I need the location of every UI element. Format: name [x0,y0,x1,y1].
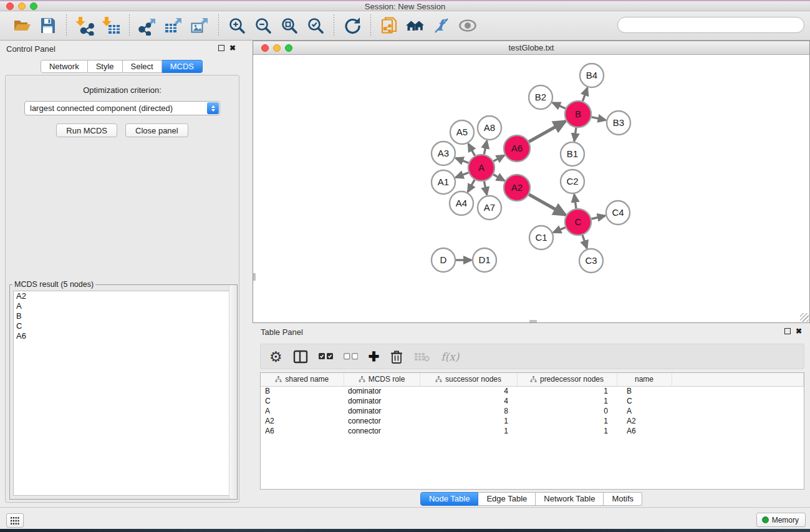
tab-network[interactable]: Network [41,60,88,73]
function-builder-icon[interactable]: f(x) [441,351,459,363]
graph-edge-A-A3[interactable] [456,158,469,163]
resize-grip[interactable] [800,313,809,322]
search-input[interactable] [617,17,804,33]
graph-node-C3[interactable]: C3 [579,249,603,273]
horizontal-scroll-nub[interactable] [529,320,537,322]
cell-predecessor-nodes[interactable]: 1 [517,386,617,396]
result-scrollbar[interactable] [229,285,237,499]
criterion-select[interactable]: largest connected component (directed) [24,101,220,115]
cell-MCDS-role[interactable]: connector [344,416,420,426]
run-mcds-button[interactable]: Run MCDS [56,123,117,137]
graph-edge-A-A4[interactable] [468,180,475,192]
cell-name[interactable]: A [617,406,672,416]
zoom-fit-icon[interactable] [279,15,300,36]
network-clipboard-icon[interactable] [378,15,400,36]
delete-columns-icon[interactable] [390,349,403,364]
column-header-successor-nodes[interactable]: successor nodes [420,373,517,386]
graph-node-A[interactable]: A [468,155,494,181]
cell-successor-nodes[interactable]: 1 [420,416,517,426]
column-header-predecessor-nodes[interactable]: predecessor nodes [517,373,617,386]
cell-name[interactable]: C [617,396,672,406]
cell-successor-nodes[interactable]: 8 [420,406,517,416]
table-row[interactable]: A6connector11A6 [261,426,804,436]
cell-successor-nodes[interactable]: 4 [420,386,517,396]
eye-icon[interactable] [457,15,478,36]
graph-node-A4[interactable]: A4 [450,191,473,215]
cell-successor-nodes[interactable]: 1 [420,426,517,436]
cell-predecessor-nodes[interactable]: 1 [517,416,617,426]
graph-edge-A-A7[interactable] [484,181,486,195]
cell-shared-name[interactable]: C [261,396,344,406]
graph-edge-B-B1[interactable] [574,128,576,141]
graph-node-A5[interactable]: A5 [450,120,474,144]
cell-shared-name[interactable]: A6 [261,426,344,436]
cell-MCDS-role[interactable]: dominator [344,406,420,416]
graph-node-A6[interactable]: A6 [504,135,530,162]
tab-network-table[interactable]: Network Table [536,492,604,506]
graph-node-A7[interactable]: A7 [478,196,501,220]
import-table-icon[interactable] [100,15,122,36]
tab-edge-table[interactable]: Edge Table [478,492,536,506]
graph-edge-C-C2[interactable] [574,195,576,208]
vertical-scroll-nub[interactable] [253,273,256,281]
graph-edge-C-C1[interactable] [553,228,565,233]
network-window-titlebar[interactable]: testGlobe.txt [253,41,809,55]
graph-node-C[interactable]: C [565,209,591,235]
cell-MCDS-role[interactable]: connector [344,426,420,436]
tab-select[interactable]: Select [123,60,162,73]
export-image-icon[interactable] [190,15,211,36]
select-all-icon[interactable] [319,353,333,360]
tab-node-table[interactable]: Node Table [420,492,479,506]
zoom-out-icon[interactable] [253,15,274,36]
graph-edge-C-C3[interactable] [582,235,587,248]
result-item[interactable]: B [14,311,233,321]
column-header-name[interactable]: name [617,373,672,386]
cell-shared-name[interactable]: A2 [261,416,344,426]
cell-MCDS-role[interactable]: dominator [344,396,420,406]
float-panel-icon[interactable] [218,45,224,51]
memory-button[interactable]: Memory [756,513,806,527]
tab-mcds[interactable]: MCDS [162,60,203,73]
result-item[interactable]: C [14,321,233,331]
cell-predecessor-nodes[interactable]: 0 [517,406,617,416]
cell-shared-name[interactable]: B [261,386,344,396]
export-table-icon[interactable] [163,15,185,36]
column-header-MCDS-role[interactable]: MCDS role [344,373,420,386]
table-row[interactable]: A2connector11A2 [261,416,804,426]
cell-shared-name[interactable]: A [261,406,344,416]
graph-node-B4[interactable]: B4 [580,64,604,87]
cell-successor-nodes[interactable]: 4 [420,396,517,406]
import-network-icon[interactable] [74,15,95,36]
open-session-icon[interactable] [11,15,32,36]
refresh-layout-icon[interactable] [342,15,363,36]
create-column-icon[interactable]: ✚ [369,349,380,364]
home-icon[interactable] [405,15,426,36]
graph-edge-A-A5[interactable] [468,143,475,155]
graph-edge-A6-B[interactable] [529,121,566,142]
graph-node-A8[interactable]: A8 [478,116,501,140]
graph-edge-A-A2[interactable] [493,175,504,181]
graph-edge-B-B2[interactable] [552,103,566,109]
graph-node-A2[interactable]: A2 [504,175,530,201]
cell-predecessor-nodes[interactable]: 1 [517,396,617,406]
result-item[interactable]: A [14,301,233,311]
graph-edge-B-B4[interactable] [582,88,587,101]
task-history-button[interactable] [6,513,24,528]
tab-style[interactable]: Style [88,60,123,73]
graph-edge-A-A6[interactable] [493,155,504,162]
zoom-in-icon[interactable] [226,15,248,36]
cell-name[interactable]: B [617,386,672,396]
float-table-panel-icon[interactable] [784,328,791,334]
graph-edge-B-B3[interactable] [592,117,606,120]
network-canvas[interactable]: B4B2BB3A8A5A6A3B1AA1C2A2A4A7C4CC1C3DD1 [253,55,809,322]
graph-node-A1[interactable]: A1 [432,170,455,194]
graph-node-B3[interactable]: B3 [607,111,630,135]
graph-edge-A-A8[interactable] [484,141,486,155]
result-item[interactable]: A2 [14,291,233,301]
graph-node-B2[interactable]: B2 [529,85,552,109]
graph-edge-A2-C[interactable] [529,195,566,215]
cell-predecessor-nodes[interactable]: 1 [517,426,617,436]
graph-node-B[interactable]: B [565,101,591,127]
result-item[interactable]: A6 [14,331,233,341]
close-panel-icon[interactable]: ✖ [229,45,236,51]
